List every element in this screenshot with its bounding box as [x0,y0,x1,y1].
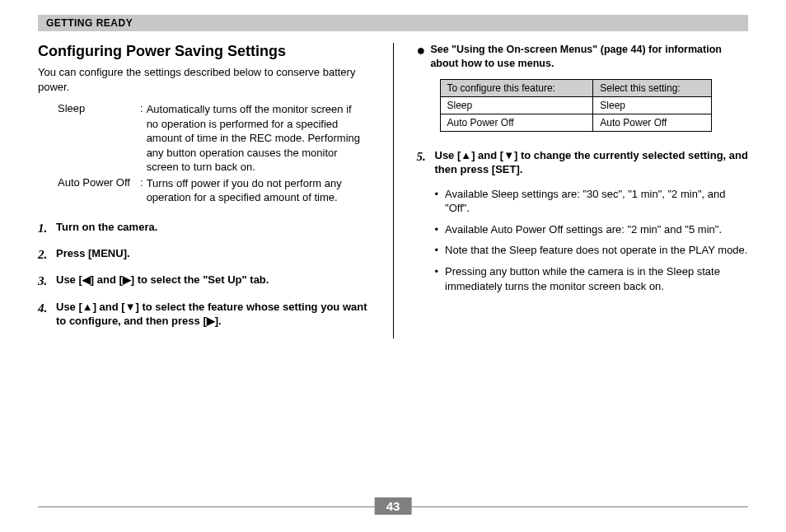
definition-auto-power-off: Auto Power Off : Turns off power if you … [38,176,370,205]
table-header-row: To configure this feature: Select this s… [440,79,711,96]
step-text: Use [◀] and [▶] to select the "Set Up" t… [56,273,370,289]
page-number-badge: 43 [375,497,412,515]
step-5: 5.Use [▲] and [▼] to change the currentl… [417,148,749,177]
table-cell: Sleep [593,96,711,114]
column-divider [393,43,394,338]
page-footer: 43 [38,506,748,507]
table-header: Select this setting: [593,79,711,96]
step-text: Use [▲] and [▼] to change the currently … [435,148,749,177]
step-3: 3.Use [◀] and [▶] to select the "Set Up"… [38,273,370,289]
step-number: 5. [417,148,435,177]
note-text: Pressing any button while the camera is … [445,264,748,293]
bullet-icon: • [435,264,439,293]
step-4: 4.Use [▲] and [▼] to select the feature … [38,300,370,329]
note-text: Available Auto Power Off settings are: "… [445,222,722,237]
list-item: •Available Auto Power Off settings are: … [435,222,749,237]
section-header: GETTING READY [38,15,748,31]
step-text: Press [MENU]. [56,246,370,263]
table-header: To configure this feature: [440,79,593,96]
step-number: 3. [38,273,56,289]
table-cell: Sleep [440,96,593,114]
left-column: Configuring Power Saving Settings You ca… [38,43,370,338]
definition-sleep: Sleep : Automatically turns off the moni… [38,102,370,175]
def-desc: Automatically turns off the monitor scre… [147,102,362,175]
right-column: ● See "Using the On-screen Menus" (page … [417,43,749,338]
bullet-icon: • [435,187,439,216]
step-text: Use [▲] and [▼] to select the feature wh… [56,300,370,329]
table-cell: Auto Power Off [440,114,593,131]
notes-list: •Available Sleep settings are: "30 sec",… [417,187,749,293]
intro-text: You can configure the settings described… [38,65,370,94]
manual-page: GETTING READY Configuring Power Saving S… [0,0,786,532]
note-text: Note that the Sleep feature does not ope… [445,243,747,258]
list-item: •Available Sleep settings are: "30 sec",… [435,187,749,216]
steps-list-right: 5.Use [▲] and [▼] to change the currentl… [417,148,749,177]
footer-rule: 43 [38,506,748,507]
def-term: Sleep [58,102,140,175]
see-note: ● See "Using the On-screen Menus" (page … [417,43,749,71]
def-desc: Turns off power if you do not perform an… [147,176,362,205]
list-item: •Pressing any button while the camera is… [435,264,749,293]
two-column-layout: Configuring Power Saving Settings You ca… [38,43,748,338]
see-note-text: See "Using the On-screen Menus" (page 44… [430,43,748,71]
table-row: Sleep Sleep [440,96,711,114]
bullet-icon: ● [417,43,426,58]
def-term: Auto Power Off [58,176,140,205]
def-colon: : [140,102,147,175]
page-title: Configuring Power Saving Settings [38,43,370,60]
bullet-icon: • [435,243,439,258]
steps-list-left: 1.Turn on the camera. 2.Press [MENU]. 3.… [38,220,370,329]
settings-table: To configure this feature: Select this s… [440,79,712,132]
table-cell: Auto Power Off [593,114,711,131]
def-colon: : [140,176,147,205]
step-number: 2. [38,246,56,263]
bullet-icon: • [435,222,439,237]
table-row: Auto Power Off Auto Power Off [440,114,711,131]
note-text: Available Sleep settings are: "30 sec", … [445,187,748,216]
step-1: 1.Turn on the camera. [38,220,370,236]
step-text: Turn on the camera. [56,220,370,236]
step-number: 1. [38,220,56,236]
list-item: •Note that the Sleep feature does not op… [435,243,749,258]
step-2: 2.Press [MENU]. [38,246,370,263]
step-number: 4. [38,300,56,329]
